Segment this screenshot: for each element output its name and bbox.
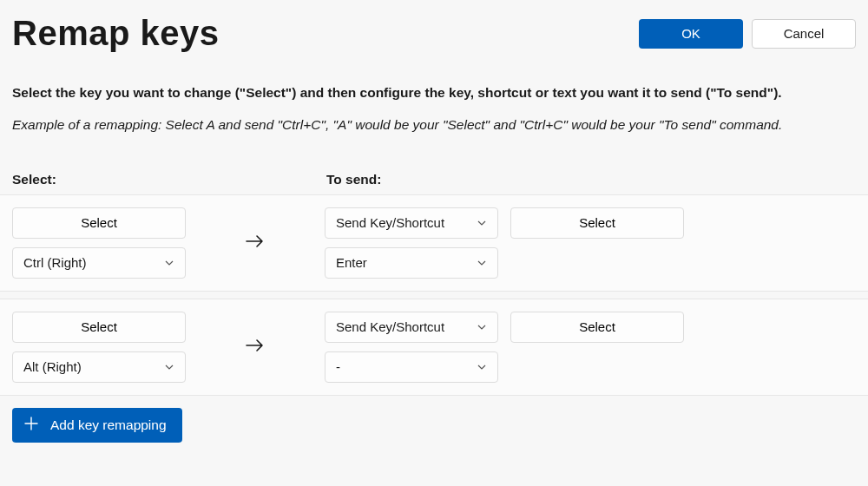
chevron-down-icon	[477, 322, 487, 332]
key-dropdown[interactable]: Ctrl (Right)	[12, 247, 186, 279]
column-header-select: Select:	[12, 172, 326, 187]
chevron-down-icon	[477, 218, 487, 228]
select-key-button[interactable]: Select	[12, 312, 186, 343]
send-key-value: Enter	[336, 255, 367, 270]
chevron-down-icon	[477, 362, 487, 372]
chevron-down-icon	[164, 362, 174, 372]
key-dropdown[interactable]: Alt (Right)	[12, 351, 186, 383]
arrow-right-icon	[243, 229, 267, 257]
send-key-dropdown[interactable]: Enter	[325, 247, 498, 279]
send-select-button[interactable]: Select	[510, 207, 684, 239]
arrow-right-icon	[243, 333, 267, 361]
key-dropdown-value: Ctrl (Right)	[23, 255, 87, 270]
send-type-value: Send Key/Shortcut	[336, 319, 444, 334]
cancel-button[interactable]: Cancel	[752, 19, 856, 49]
send-type-value: Send Key/Shortcut	[336, 215, 444, 230]
send-type-dropdown[interactable]: Send Key/Shortcut	[325, 207, 498, 239]
page-title: Remap keys	[12, 14, 219, 53]
column-header-to-send: To send:	[326, 172, 381, 187]
add-button-label: Add key remapping	[50, 417, 167, 433]
send-select-button[interactable]: Select	[510, 312, 684, 343]
select-key-button[interactable]: Select	[12, 207, 186, 239]
chevron-down-icon	[477, 258, 487, 268]
send-key-value: -	[336, 359, 340, 374]
remap-row: Select Ctrl (Right) Send Key/Shortcut	[0, 195, 868, 292]
instructions-example: Example of a remapping: Select A and sen…	[12, 115, 856, 135]
add-key-remapping-button[interactable]: Add key remapping	[12, 408, 182, 443]
remap-row: Select Alt (Right) Send Key/Shortcut	[0, 299, 868, 396]
send-key-dropdown[interactable]: -	[325, 351, 498, 383]
plus-icon	[23, 415, 40, 436]
send-type-dropdown[interactable]: Send Key/Shortcut	[325, 312, 498, 343]
instructions-text: Select the key you want to change ("Sele…	[12, 82, 856, 102]
ok-button[interactable]: OK	[639, 19, 743, 49]
chevron-down-icon	[164, 258, 174, 268]
key-dropdown-value: Alt (Right)	[23, 359, 82, 374]
